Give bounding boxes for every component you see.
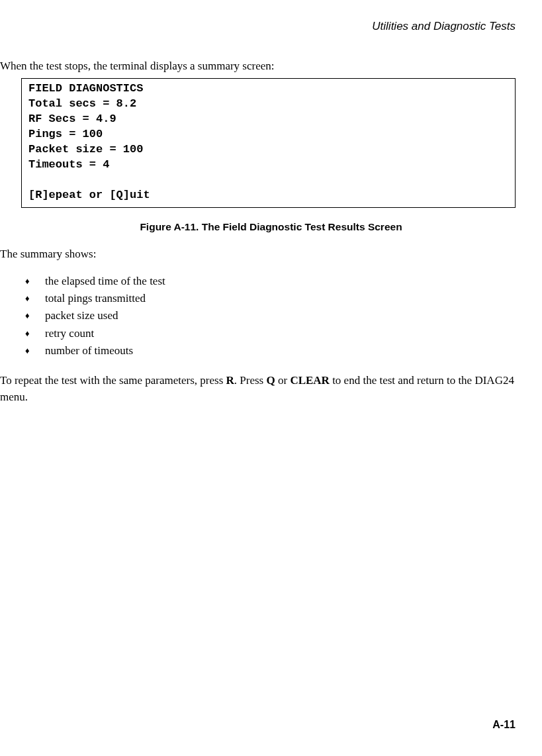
closing-prefix: To repeat the test with the same paramet… bbox=[0, 374, 226, 387]
closing-mid1: . Press bbox=[234, 374, 267, 387]
closing-paragraph: To repeat the test with the same paramet… bbox=[0, 373, 542, 405]
closing-mid2: or bbox=[275, 374, 291, 387]
code-line-6: Timeouts = 4 bbox=[28, 158, 109, 171]
key-q: Q bbox=[266, 374, 275, 387]
list-item: packet size used bbox=[25, 307, 542, 324]
summary-intro: The summary shows: bbox=[0, 248, 542, 261]
terminal-output-box: FIELD DIAGNOSTICS Total secs = 8.2 RF Se… bbox=[21, 78, 516, 208]
key-clear: CLEAR bbox=[290, 374, 330, 387]
list-item: retry count bbox=[25, 325, 542, 342]
intro-text: When the test stops, the terminal displa… bbox=[0, 60, 542, 73]
code-line-8: [R]epeat or [Q]uit bbox=[28, 189, 150, 201]
page-number: A-11 bbox=[492, 719, 516, 731]
code-line-4: Pings = 100 bbox=[28, 128, 103, 140]
header-title: Utilities and Diagnostic Tests bbox=[372, 20, 516, 32]
summary-bullet-list: the elapsed time of the test total pings… bbox=[0, 273, 542, 360]
page-header: Utilities and Diagnostic Tests bbox=[0, 0, 542, 33]
code-line-1: FIELD DIAGNOSTICS bbox=[28, 82, 143, 95]
code-line-3: RF Secs = 4.9 bbox=[28, 113, 116, 125]
figure-caption: Figure A-11. The Field Diagnostic Test R… bbox=[0, 221, 542, 233]
code-line-2: Total secs = 8.2 bbox=[28, 97, 136, 110]
code-line-5: Packet size = 100 bbox=[28, 143, 143, 156]
list-item: total pings transmitted bbox=[25, 290, 542, 307]
key-r: R bbox=[226, 374, 234, 387]
list-item: the elapsed time of the test bbox=[25, 273, 542, 290]
list-item: number of timeouts bbox=[25, 342, 542, 359]
